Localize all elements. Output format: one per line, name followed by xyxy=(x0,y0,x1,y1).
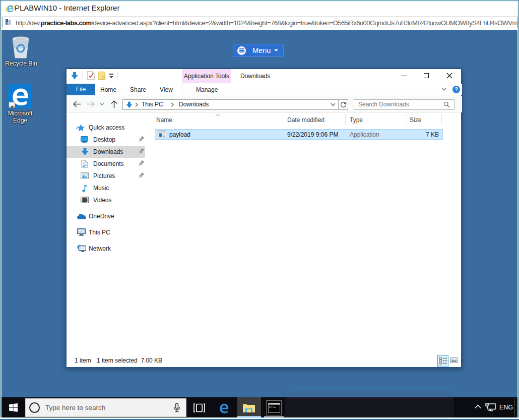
svg-text:C:\: C:\ xyxy=(269,405,274,409)
